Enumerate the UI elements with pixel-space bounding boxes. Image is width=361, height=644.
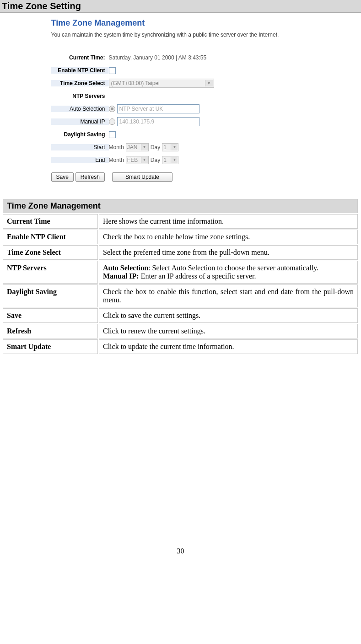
tz-select-value: (GMT+08:00) Taipei [111,80,160,86]
tz-select-label: Time Zone Select [51,80,109,86]
end-day-select[interactable]: 1 ▾ [162,156,178,164]
enable-ntp-label: Enable NTP Client [51,67,109,74]
enable-ntp-checkbox[interactable] [109,67,116,74]
doc-key: NTP Servers [3,261,98,284]
auto-selection-input[interactable]: NTP Server at UK [117,104,199,113]
documentation-table: Time Zone Management Current Time Here s… [2,198,359,355]
current-time-value: Saturday, January 01 2000 | AM 3:43:55 [109,54,312,61]
end-label: End [51,157,109,163]
day-text: Day [151,157,160,163]
doc-key: Smart Update [3,339,98,354]
save-button[interactable]: Save [51,172,74,182]
manual-ip-radio[interactable] [109,118,115,125]
doc-key: Current Time [3,214,98,229]
page-number: 30 [0,547,361,555]
month-text: Month [109,157,124,163]
doc-val: Click to update the current time informa… [99,339,358,354]
current-time-label: Current Time: [51,54,109,61]
start-month-select[interactable]: JAN ▾ [126,143,149,151]
ntp-servers-label: NTP Servers [51,93,109,99]
chevron-down-icon: ▾ [141,144,148,150]
section-header: Time Zone Setting [0,0,361,13]
chevron-down-icon: ▾ [205,80,213,86]
doc-val: Select the preferred time zone from the … [99,245,358,260]
doc-key: Save [3,308,98,323]
end-month-select[interactable]: FEB ▾ [126,156,149,164]
chevron-down-icon: ▾ [171,144,178,150]
daylight-checkbox[interactable] [109,131,116,138]
config-screenshot: Time Zone Management You can maintain th… [46,15,316,189]
doc-val: Click to renew the current settings. [99,324,358,338]
auto-selection-radio[interactable] [109,106,115,112]
refresh-button[interactable]: Refresh [75,172,105,182]
doc-key: Enable NTP Client [3,230,98,244]
month-text: Month [109,144,124,150]
auto-selection-label: Auto Selection [51,106,109,112]
doc-val: Click to save the current settings. [99,308,358,323]
doc-val: Here shows the current time information. [99,214,358,229]
doc-key: Time Zone Select [3,245,98,260]
chevron-down-icon: ▾ [141,157,148,163]
tz-select-dropdown[interactable]: (GMT+08:00) Taipei ▾ [109,79,214,88]
doc-key: Daylight Saving [3,284,98,307]
doc-val: Check the box to enable this function, s… [99,284,358,307]
doc-val: Auto Selection: Select Auto Selection to… [99,261,358,284]
start-day-select[interactable]: 1 ▾ [162,143,178,151]
manual-ip-label: Manual IP [51,118,109,125]
start-label: Start [51,144,109,150]
screenshot-desc: You can maintain the system time by sync… [51,32,312,38]
screenshot-title: Time Zone Management [51,18,312,28]
smart-update-button[interactable]: Smart Update [112,172,172,182]
doc-key: Refresh [3,324,98,338]
manual-ip-input[interactable]: 140.130.175.9 [117,117,199,126]
daylight-saving-label: Daylight Saving [51,131,109,138]
doc-table-header: Time Zone Management [3,199,358,213]
chevron-down-icon: ▾ [171,157,178,163]
doc-val: Check the box to enable below time zone … [99,230,358,244]
day-text: Day [151,144,160,150]
